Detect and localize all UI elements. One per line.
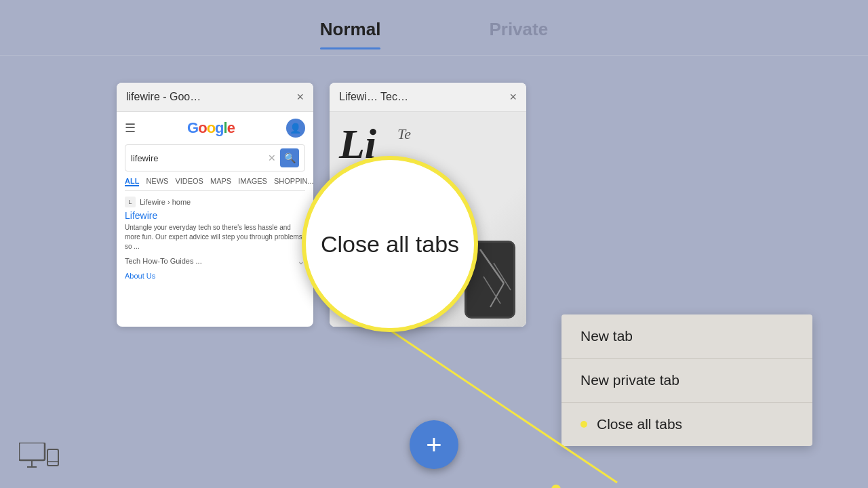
hamburger-icon[interactable]: ☰ bbox=[125, 121, 136, 136]
nav-all[interactable]: ALL bbox=[125, 177, 139, 186]
tab-bar: Normal Private bbox=[0, 0, 868, 45]
nav-shopping[interactable]: SHOPPIN... bbox=[274, 177, 313, 186]
tab-normal[interactable]: Normal bbox=[320, 19, 381, 45]
menu-item-close-all-tabs[interactable]: Close all tabs bbox=[561, 403, 812, 446]
browser-card-google: lifewire - Goo… × ☰ Google 👤 lifewire ✕ … bbox=[117, 83, 313, 327]
card-header-google: lifewire - Goo… × bbox=[117, 83, 313, 112]
google-logo: Google bbox=[187, 119, 235, 137]
search-clear-icon[interactable]: ✕ bbox=[268, 152, 276, 163]
search-input-text: lifewire bbox=[131, 153, 268, 163]
magnifier-circle: Close all tabs bbox=[302, 156, 478, 332]
result-source: L Lifewire › home bbox=[125, 197, 305, 207]
card-close-google[interactable]: × bbox=[296, 91, 304, 103]
nav-news[interactable]: NEWS bbox=[146, 177, 168, 186]
card-title-lifewire: Lifewi… Tec… bbox=[339, 91, 408, 103]
menu-item-new-private-tab[interactable]: New private tab bbox=[561, 359, 812, 403]
search-button[interactable]: 🔍 bbox=[280, 148, 299, 167]
context-menu: New tab New private tab Close all tabs bbox=[561, 314, 812, 446]
magnifier-text: Close all tabs bbox=[321, 231, 459, 258]
nav-maps[interactable]: MAPS bbox=[210, 177, 231, 186]
device-icon bbox=[19, 443, 60, 474]
svg-point-6 bbox=[551, 485, 561, 488]
lw-logo-te: Te bbox=[397, 125, 411, 143]
menu-item-new-tab[interactable]: New tab bbox=[561, 314, 812, 359]
main-content: lifewire - Goo… × ☰ Google 👤 lifewire ✕ … bbox=[0, 56, 868, 488]
close-all-dot bbox=[580, 421, 587, 428]
card-close-lifewire[interactable]: × bbox=[509, 91, 517, 103]
about-link[interactable]: About Us bbox=[125, 272, 305, 280]
result-desc: Untangle your everyday tech so there's l… bbox=[125, 223, 305, 251]
google-content: ☰ Google 👤 lifewire ✕ 🔍 ALL NEWS VIDEOS … bbox=[117, 112, 313, 287]
profile-icon[interactable]: 👤 bbox=[286, 119, 305, 138]
tab-private[interactable]: Private bbox=[489, 19, 548, 45]
svg-rect-7 bbox=[19, 443, 45, 460]
source-icon: L bbox=[125, 197, 136, 207]
fab-add-button[interactable]: + bbox=[410, 420, 458, 469]
device-svg-icon bbox=[19, 443, 60, 472]
close-all-label: Close all tabs bbox=[597, 416, 682, 432]
nav-images[interactable]: IMAGES bbox=[238, 177, 267, 186]
nav-videos[interactable]: VIDEOS bbox=[175, 177, 203, 186]
result-sublink-text[interactable]: Tech How-To Guides ... bbox=[125, 257, 202, 265]
result-sublink: Tech How-To Guides ... ⌄ bbox=[125, 256, 305, 266]
nav-pills: ALL NEWS VIDEOS MAPS IMAGES SHOPPIN... bbox=[125, 177, 305, 191]
result-link[interactable]: Lifewire bbox=[125, 210, 305, 221]
card-header-lifewire: Lifewi… Tec… × bbox=[330, 83, 526, 112]
card-title-google: lifewire - Goo… bbox=[126, 91, 201, 103]
svg-rect-10 bbox=[47, 449, 58, 466]
google-menu-bar: ☰ Google 👤 bbox=[125, 119, 305, 138]
source-text: Lifewire › home bbox=[140, 198, 191, 206]
search-bar: lifewire ✕ 🔍 bbox=[125, 144, 305, 171]
